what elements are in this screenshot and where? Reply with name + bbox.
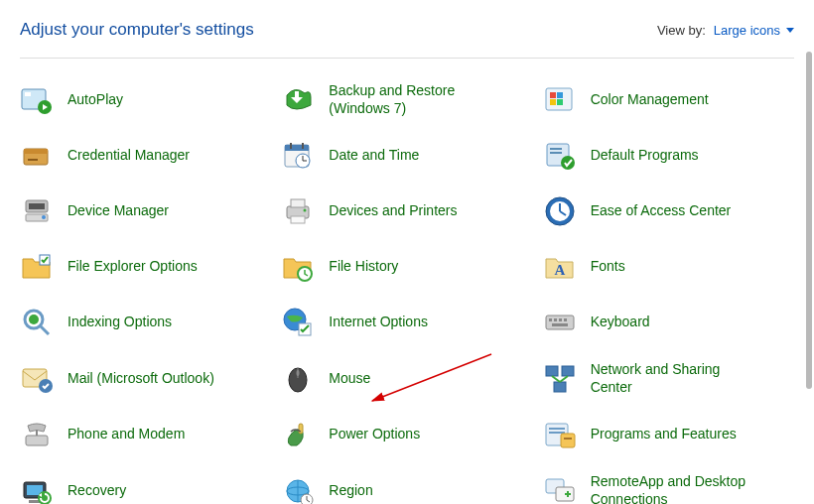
item-label: Date and Time xyxy=(329,147,419,165)
items-grid: AutoPlay Backup and Restore (Windows 7) … xyxy=(20,80,794,504)
control-panel-item-mouse[interactable]: Mouse xyxy=(281,359,532,398)
item-label: Mouse xyxy=(329,370,370,388)
printers-icon xyxy=(281,194,315,228)
control-panel-item-indexing-options[interactable]: Indexing Options xyxy=(20,304,271,341)
item-label: Recovery xyxy=(68,482,126,500)
autoplay-icon xyxy=(20,83,54,117)
item-label: Default Programs xyxy=(591,147,699,165)
device-manager-icon xyxy=(20,194,54,228)
control-panel-item-region[interactable]: Region xyxy=(281,471,532,504)
svg-rect-40 xyxy=(546,315,574,329)
svg-point-37 xyxy=(29,315,39,324)
svg-rect-42 xyxy=(554,318,557,321)
recovery-icon xyxy=(20,474,54,505)
control-panel-container: Adjust your computer's settings View by:… xyxy=(0,0,814,504)
item-label: Internet Options xyxy=(329,314,428,331)
control-panel-item-mail[interactable]: Mail (Microsoft Outlook) xyxy=(20,359,271,398)
svg-rect-23 xyxy=(29,203,45,209)
region-icon xyxy=(281,474,315,505)
svg-rect-58 xyxy=(299,424,303,434)
control-panel-item-power-options[interactable]: Power Options xyxy=(281,416,532,453)
item-label: Ease of Access Center xyxy=(591,202,732,220)
item-label: Devices and Printers xyxy=(329,202,457,220)
item-label: Color Management xyxy=(591,91,709,109)
datetime-icon xyxy=(281,139,315,173)
view-by-label: View by: xyxy=(657,23,706,38)
item-label: Phone and Modem xyxy=(68,426,185,443)
svg-rect-43 xyxy=(559,318,562,321)
svg-rect-41 xyxy=(549,318,552,321)
fonts-icon: A xyxy=(543,250,577,284)
control-panel-item-devices-printers[interactable]: Devices and Printers xyxy=(281,192,532,230)
control-panel-item-fonts[interactable]: A Fonts xyxy=(543,248,794,286)
item-label: Region xyxy=(329,482,372,500)
item-label: Backup and Restore (Windows 7) xyxy=(329,82,497,117)
control-panel-item-internet-options[interactable]: Internet Options xyxy=(281,304,532,341)
header: Adjust your computer's settings View by:… xyxy=(20,20,794,59)
svg-rect-12 xyxy=(285,145,309,151)
svg-rect-62 xyxy=(561,434,575,447)
mail-icon xyxy=(20,362,54,396)
item-label: Device Manager xyxy=(68,202,169,220)
svg-rect-45 xyxy=(552,323,568,326)
svg-rect-27 xyxy=(291,199,305,207)
phone-icon xyxy=(20,418,54,451)
svg-rect-20 xyxy=(550,152,562,154)
control-panel-item-file-explorer-options[interactable]: File Explorer Options xyxy=(20,248,271,286)
default-programs-icon xyxy=(543,139,577,173)
svg-rect-44 xyxy=(564,318,567,321)
control-panel-item-autoplay[interactable]: AutoPlay xyxy=(20,80,271,119)
svg-rect-28 xyxy=(291,216,305,223)
folder-options-icon xyxy=(20,250,54,284)
network-icon xyxy=(543,362,577,396)
ease-icon xyxy=(543,194,577,228)
file-history-icon xyxy=(281,250,315,284)
page-title: Adjust your computer's settings xyxy=(20,20,254,40)
item-label: File Explorer Options xyxy=(68,258,198,276)
item-label: Programs and Features xyxy=(591,426,737,443)
svg-point-50 xyxy=(297,370,300,376)
item-label: Network and Sharing Center xyxy=(591,361,759,396)
keyboard-icon xyxy=(543,306,577,339)
svg-rect-5 xyxy=(557,92,563,98)
item-label: Keyboard xyxy=(591,314,650,331)
view-by-dropdown[interactable]: Large icons xyxy=(714,23,794,38)
control-panel-item-credential-manager[interactable]: Credential Manager xyxy=(20,137,271,175)
control-panel-item-programs-features[interactable]: Programs and Features xyxy=(543,416,794,453)
svg-rect-9 xyxy=(24,149,48,154)
item-label: Mail (Microsoft Outlook) xyxy=(68,370,214,388)
control-panel-item-color-management[interactable]: Color Management xyxy=(543,80,794,119)
indexing-icon xyxy=(20,306,54,339)
control-panel-item-phone-modem[interactable]: Phone and Modem xyxy=(20,416,271,453)
svg-rect-6 xyxy=(550,99,556,105)
svg-point-25 xyxy=(42,215,46,219)
control-panel-item-keyboard[interactable]: Keyboard xyxy=(543,304,794,341)
remoteapp-icon xyxy=(543,474,577,505)
control-panel-item-default-programs[interactable]: Default Programs xyxy=(543,137,794,175)
item-label: Power Options xyxy=(329,426,420,443)
control-panel-item-file-history[interactable]: File History xyxy=(281,248,532,286)
item-label: AutoPlay xyxy=(68,91,123,109)
control-panel-item-device-manager[interactable]: Device Manager xyxy=(20,192,271,230)
programs-icon xyxy=(543,418,577,451)
internet-icon xyxy=(281,306,315,339)
svg-rect-53 xyxy=(554,382,566,392)
svg-rect-19 xyxy=(550,148,562,150)
svg-line-55 xyxy=(560,376,568,382)
control-panel-item-remoteapp[interactable]: RemoteApp and Desktop Connections xyxy=(543,471,794,504)
control-panel-item-ease-of-access[interactable]: Ease of Access Center xyxy=(543,192,794,230)
svg-rect-51 xyxy=(546,366,558,376)
svg-line-54 xyxy=(552,376,560,382)
svg-rect-7 xyxy=(557,99,563,105)
item-label: Fonts xyxy=(591,258,625,276)
control-panel-item-backup-restore[interactable]: Backup and Restore (Windows 7) xyxy=(281,80,532,119)
scrollbar-thumb[interactable] xyxy=(806,52,812,389)
control-panel-item-date-time[interactable]: Date and Time xyxy=(281,137,532,175)
svg-rect-56 xyxy=(26,436,48,445)
svg-text:A: A xyxy=(554,262,565,278)
mouse-icon xyxy=(281,362,315,396)
svg-point-29 xyxy=(304,209,307,212)
control-panel-item-network-sharing[interactable]: Network and Sharing Center xyxy=(543,359,794,398)
svg-rect-4 xyxy=(550,92,556,98)
control-panel-item-recovery[interactable]: Recovery xyxy=(20,471,271,504)
